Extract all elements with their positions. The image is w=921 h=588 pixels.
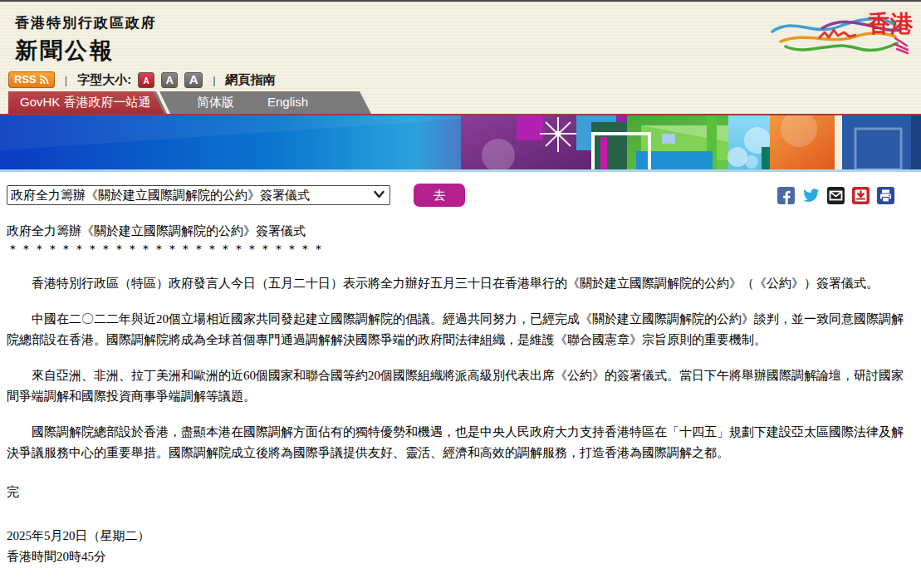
article-paragraph: 中國在二〇二二年與近20個立場相近國家共同發起建立國際調解院的倡議。經過共同努力…: [7, 309, 914, 350]
separator: |: [209, 74, 218, 86]
go-button[interactable]: 去: [414, 184, 465, 207]
article-title: 政府全力籌辦《關於建立國際調解院的公約》簽署儀式: [7, 222, 914, 240]
rss-button[interactable]: RSS: [8, 71, 55, 88]
brandhk-dragon-logo: 香港: [771, 7, 919, 60]
svg-text:香港: 香港: [866, 11, 914, 37]
share-icons: [777, 187, 894, 204]
page-header: 香港特別行政區政府 新聞公報 香港 RSS | 字型大小: A A A | 網頁…: [0, 2, 921, 91]
email-icon[interactable]: [827, 187, 845, 204]
article-time: 香港時間20時45分: [7, 546, 914, 567]
decorative-banner: [0, 114, 921, 168]
twitter-icon[interactable]: [802, 187, 820, 204]
tab-english[interactable]: English: [267, 91, 308, 114]
font-size-small-button[interactable]: A: [138, 72, 154, 88]
article-selector-row: 政府全力籌辦《關於建立國際調解院的公約》簽署儀式 去: [7, 184, 914, 207]
font-size-label: 字型大小:: [77, 72, 131, 88]
font-size-medium-button[interactable]: A: [161, 72, 178, 88]
article-paragraph: 來自亞洲、非洲、拉丁美洲和歐洲的近60個國家和聯合國等約20個國際組織將派高級別…: [7, 365, 914, 407]
banner-graphic: [0, 115, 921, 169]
main-content: 政府全力籌辦《關於建立國際調解院的公約》簽署儀式 去: [0, 172, 921, 567]
site-guide-link[interactable]: 網頁指南: [226, 72, 276, 88]
utility-row: RSS | 字型大小: A A A | 網頁指南: [8, 71, 276, 88]
rss-feed-icon: [39, 75, 49, 85]
print-icon[interactable]: [877, 187, 894, 204]
language-tab-bar: 简体版 English GovHK 香港政府一站通: [0, 91, 921, 114]
article: 政府全力籌辦《關於建立國際調解院的公約》簽署儀式 ＊＊＊＊＊＊＊＊＊＊＊＊＊＊＊…: [7, 222, 914, 567]
article-divider: ＊＊＊＊＊＊＊＊＊＊＊＊＊＊＊＊＊＊＊＊＊＊＊＊: [7, 240, 914, 258]
tab-simplified-chinese[interactable]: 简体版: [197, 91, 234, 114]
download-icon[interactable]: [852, 187, 870, 204]
rss-label: RSS: [14, 73, 37, 86]
article-end-mark: 完: [7, 482, 914, 502]
facebook-icon[interactable]: [777, 187, 795, 204]
article-paragraph: 國際調解院總部設於香港，盡顯本港在國際調解方面佔有的獨特優勢和機遇，也是中央人民…: [7, 422, 914, 463]
article-select[interactable]: 政府全力籌辦《關於建立國際調解院的公約》簽署儀式: [7, 185, 390, 205]
separator: |: [61, 74, 71, 86]
article-date: 2025年5月20日（星期二）: [7, 526, 914, 546]
tab-govhk[interactable]: GovHK 香港政府一站通: [8, 91, 164, 114]
article-paragraph: 香港特別行政區（特區）政府發言人今日（五月二十日）表示將全力辦好五月三十日在香港…: [7, 273, 914, 294]
article-select-wrap: 政府全力籌辦《關於建立國際調解院的公約》簽署儀式: [7, 185, 390, 205]
font-size-large-button[interactable]: A: [184, 72, 203, 88]
